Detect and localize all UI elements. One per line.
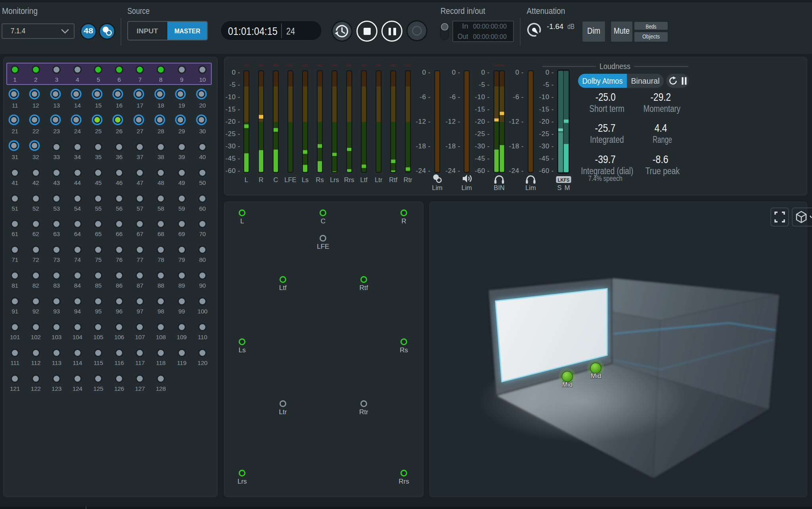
svg-text:-15 -: -15 - [539,106,554,113]
svg-text:-6 -: -6 - [420,93,431,101]
svg-text:-24 -: -24 - [416,167,431,175]
svg-text:Ltf: Ltf [360,176,368,183]
svg-text:Beds: Beds [646,23,657,30]
svg-text:-12 -: -12 - [416,118,431,125]
svg-text:0 -: 0 - [546,69,554,76]
svg-text:Integrated: Integrated [590,134,624,145]
svg-text:Range: Range [653,134,672,145]
svg-text:dB: dB [567,22,575,31]
svg-text:L: L [245,176,248,183]
svg-text:Ltr: Ltr [375,176,383,183]
svg-text:Objects: Objects [642,33,660,40]
svg-text:-18 -: -18 - [509,142,524,150]
svg-text:48: 48 [84,27,93,35]
svg-text:In: In [462,22,468,30]
svg-text:-10 -: -10 - [226,93,240,101]
svg-text:-24 -: -24 - [509,167,524,175]
svg-text:INPUT: INPUT [137,27,158,35]
svg-text:MASTER: MASTER [174,27,200,35]
svg-text:-25.0: -25.0 [596,91,616,103]
svg-text:Mute: Mute [614,26,630,36]
svg-text:R: R [259,176,263,183]
svg-text:-5 -: -5 - [479,81,490,88]
svg-text:Mid: Mid [562,381,573,388]
svg-text:0 -: 0 - [481,69,490,76]
svg-text:-45 -: -45 - [226,155,240,162]
svg-text:Attenuation: Attenuation [527,6,565,16]
svg-text:-25.7: -25.7 [595,122,616,134]
svg-text:Rs: Rs [316,176,324,183]
svg-text:Loudness: Loudness [599,62,630,71]
svg-text:-39.7: -39.7 [595,153,616,165]
svg-text:-5 -: -5 - [543,81,554,88]
svg-text:-18 -: -18 - [416,142,431,150]
svg-text:-30 -: -30 - [539,142,554,150]
svg-text:Lim: Lim [462,184,472,191]
svg-text:4.4: 4.4 [655,122,667,134]
svg-text:-12 -: -12 - [446,118,460,125]
svg-text:-60 -: -60 - [539,167,554,175]
svg-text:Short term: Short term [589,104,624,114]
svg-text:0 -: 0 - [422,69,431,76]
svg-text:-18 -: -18 - [446,142,460,150]
svg-text:0 -: 0 - [515,69,524,76]
svg-text:-45 -: -45 - [539,155,554,162]
svg-text:-6 -: -6 - [450,93,461,101]
svg-text:-30 -: -30 - [475,142,490,150]
svg-text:24: 24 [286,26,295,36]
svg-text:-20 -: -20 - [226,118,240,125]
svg-text:0 -: 0 - [232,69,240,76]
svg-text:Mid: Mid [591,372,601,379]
svg-text:Momentary: Momentary [643,104,681,114]
svg-text:-6 -: -6 - [513,93,524,101]
svg-text:Rtr: Rtr [404,176,413,183]
svg-text:-1.64: -1.64 [547,22,563,31]
svg-text:Dolby Atmos: Dolby Atmos [582,77,623,85]
svg-text:-20 -: -20 - [539,118,554,125]
svg-text:-15 -: -15 - [475,106,490,113]
svg-text:7.4% speech: 7.4% speech [588,174,622,182]
svg-text:Lim: Lim [432,184,443,191]
svg-text:-10 -: -10 - [539,93,554,101]
svg-text:-25 -: -25 - [539,130,554,138]
svg-text:-29.2: -29.2 [651,91,671,103]
svg-text:-15 -: -15 - [226,106,240,113]
svg-text:True peak: True peak [645,166,680,176]
svg-text:Ls: Ls [302,176,308,183]
svg-text:BIN: BIN [494,184,505,191]
svg-text:-8.6: -8.6 [653,153,668,165]
svg-text:-45 -: -45 - [475,155,490,162]
svg-text:S: S [557,184,561,191]
svg-text:-25 -: -25 - [226,130,240,138]
svg-text:7.1.4: 7.1.4 [11,27,25,35]
svg-text:-24 -: -24 - [446,167,460,175]
svg-text:-10 -: -10 - [475,93,490,101]
svg-text:00:00:00:00: 00:00:00:00 [473,33,507,40]
svg-text:-25 -: -25 - [475,130,490,138]
svg-text:00:00:00:00: 00:00:00:00 [473,23,507,30]
svg-text:Monitoring: Monitoring [2,6,38,16]
svg-text:-60 -: -60 - [475,167,490,175]
svg-text:Binaural: Binaural [631,77,660,85]
svg-text:0 -: 0 - [452,69,460,76]
svg-text:Dim: Dim [587,26,600,36]
svg-text:Source: Source [127,6,149,16]
svg-text:Lrs: Lrs [330,176,339,183]
svg-text:Rtf: Rtf [389,176,398,183]
svg-text:LKFS: LKFS [558,177,570,183]
svg-text:Rrs: Rrs [344,176,354,183]
svg-text:Record in/out: Record in/out [440,6,485,16]
svg-text:M: M [565,184,570,191]
svg-text:-30 -: -30 - [226,142,240,150]
svg-text:Lim: Lim [525,184,536,191]
svg-text:01:01:04:15: 01:01:04:15 [228,25,278,37]
svg-text:-5 -: -5 - [230,81,241,88]
svg-text:Out: Out [458,32,469,40]
svg-text:-12 -: -12 - [509,118,524,125]
svg-text:-60 -: -60 - [226,167,240,175]
svg-text:LFE: LFE [284,176,296,183]
svg-text:C: C [274,176,278,183]
svg-text:-20 -: -20 - [475,118,490,125]
